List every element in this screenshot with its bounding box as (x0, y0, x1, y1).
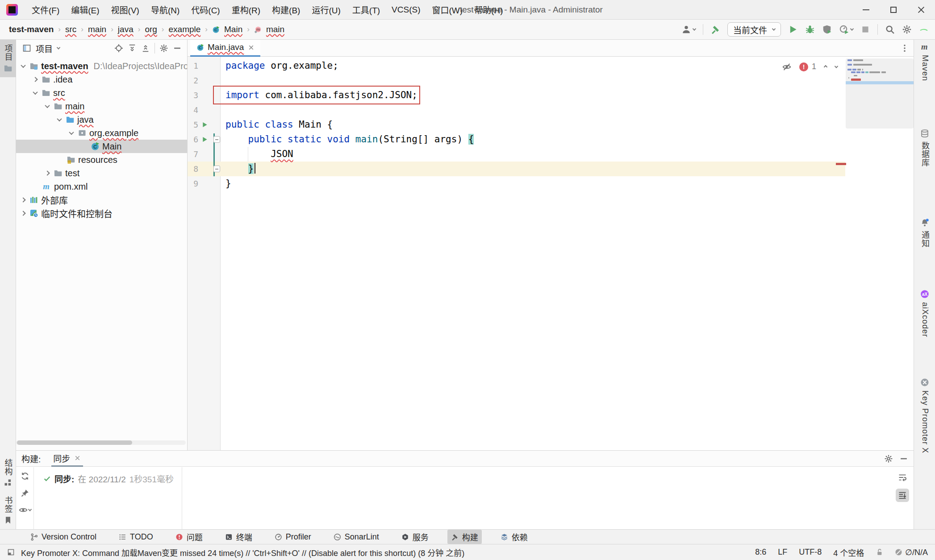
horizontal-scrollbar[interactable] (17, 440, 132, 445)
close-tab-icon[interactable] (247, 44, 255, 51)
tree-row-org-example[interactable]: org.example (16, 126, 188, 140)
toolwindow-profiler[interactable]: Profiler (271, 531, 315, 543)
soft-wrap-toggle[interactable] (896, 471, 909, 484)
chevron-down-icon[interactable] (69, 130, 74, 135)
code-line-7[interactable]: 7 JSON (188, 147, 845, 162)
run-main-gutter-icon[interactable] (201, 136, 208, 143)
editor-options-kebab-icon[interactable] (900, 44, 909, 53)
hide-build-panel-button[interactable] (899, 454, 908, 463)
code-minimap[interactable] (846, 58, 914, 129)
toolwindow-switcher-icon[interactable] (7, 548, 15, 556)
menu-tools[interactable]: 工具(T) (346, 0, 386, 20)
build-settings-button[interactable] (884, 454, 893, 463)
settings-button[interactable] (902, 25, 912, 34)
indent-setting[interactable]: 4 个空格 (833, 547, 864, 558)
tree-row-java[interactable]: java (16, 113, 188, 126)
build-hammer-button[interactable] (710, 25, 720, 34)
run-button[interactable] (788, 25, 798, 34)
collapse-all-button[interactable] (141, 44, 150, 53)
previous-error-icon[interactable] (824, 65, 827, 68)
stop-button[interactable] (860, 25, 870, 34)
code-line-5[interactable]: 5 public class Main { (188, 117, 845, 132)
breadcrumb-main-dir[interactable]: main (88, 25, 106, 34)
build-panel-splitter[interactable] (182, 467, 182, 529)
code-line-3[interactable]: 3 import com.alibaba.fastjson2.JSON; (188, 88, 845, 103)
menu-file[interactable]: 文件(F) (26, 0, 65, 20)
breadcrumb-src[interactable]: src (65, 25, 76, 34)
file-encoding[interactable]: UTF-8 (799, 548, 822, 557)
chevron-right-icon[interactable] (33, 77, 38, 82)
fold-marker[interactable] (213, 166, 220, 172)
error-badge-icon[interactable] (799, 62, 808, 71)
tab-main-java[interactable]: Main.java (190, 40, 260, 57)
stripe-maven-button[interactable]: Maven (914, 42, 935, 81)
stripe-aixcoder-button[interactable]: aiXcoder (914, 290, 935, 337)
code-line-1[interactable]: 1 package org.example; (188, 58, 845, 73)
scroll-to-end-toggle[interactable] (896, 489, 909, 502)
stripe-project-button[interactable]: 项目 (0, 40, 16, 77)
code-line-4[interactable]: 4 (188, 103, 845, 117)
minimize-button[interactable] (852, 0, 880, 20)
stripe-bookmarks-button[interactable]: 书签 (0, 492, 16, 529)
code-line-2[interactable]: 2 (188, 73, 845, 88)
tree-row-main-class[interactable]: Main (16, 140, 188, 153)
editor-body[interactable]: 1 package org.example; 2 3 import com.al… (188, 57, 914, 450)
chevron-right-icon[interactable] (45, 170, 50, 175)
build-tab-sync[interactable]: 同步 (51, 451, 83, 467)
menu-build[interactable]: 构建(B) (266, 0, 306, 20)
tree-row-idea[interactable]: .idea (16, 73, 188, 86)
project-panel-title[interactable]: 项目 (36, 42, 53, 54)
error-stripe-mark[interactable] (836, 163, 846, 165)
user-menu-button[interactable] (681, 25, 696, 34)
view-options-button[interactable] (19, 506, 31, 514)
menu-run[interactable]: 运行(U) (306, 0, 346, 20)
expand-all-button[interactable] (128, 44, 137, 53)
search-everywhere-button[interactable] (885, 25, 895, 34)
chevron-right-icon[interactable] (21, 211, 25, 216)
pin-icon[interactable] (21, 489, 29, 498)
toolwindow-sonarlint[interactable]: SonarLint (330, 531, 383, 543)
tree-row-resources[interactable]: resources (16, 153, 188, 166)
menu-view[interactable]: 视图(V) (105, 0, 145, 20)
tree-row-test[interactable]: test (16, 166, 188, 180)
tree-row-scratches[interactable]: 临时文件和控制台 (16, 207, 188, 220)
stripe-notifications-button[interactable]: 通知 (914, 218, 935, 248)
tree-row-pom[interactable]: pom.xml (16, 180, 188, 193)
menu-navigate[interactable]: 导航(N) (145, 0, 185, 20)
toolwindow-build[interactable]: 构建 (447, 530, 482, 544)
code-line-6[interactable]: 6 public static void main(String[] args)… (188, 132, 845, 147)
caret-position[interactable]: 8:6 (755, 548, 766, 557)
code-line-9[interactable]: 9 } (188, 176, 845, 191)
toolwindow-todo[interactable]: TODO (115, 531, 157, 543)
refresh-icon[interactable] (21, 472, 29, 481)
ide-assistant-icon[interactable] (919, 25, 929, 34)
fold-marker[interactable] (213, 136, 220, 143)
breadcrumb-org[interactable]: org (145, 25, 157, 34)
run-configuration-select[interactable]: 当前文件 (727, 22, 781, 37)
breadcrumb-example[interactable]: example (169, 25, 201, 34)
code-line-8[interactable]: 8 } (188, 162, 845, 176)
breadcrumb-class-main[interactable]: Main (224, 25, 242, 34)
next-error-icon[interactable] (835, 64, 838, 68)
toolwindow-terminal[interactable]: 终端 (221, 530, 256, 544)
chevron-down-icon[interactable] (45, 103, 50, 108)
tree-row-src[interactable]: src (16, 86, 188, 100)
breadcrumb-method-main[interactable]: main (266, 25, 284, 34)
menu-vcs[interactable]: VCS(S) (386, 0, 426, 20)
stripe-database-button[interactable]: 数据库 (914, 129, 935, 167)
stripe-structure-button[interactable]: 结构 (0, 454, 16, 492)
toolwindow-services[interactable]: 服务 (398, 530, 432, 544)
menu-code[interactable]: 代码(C) (185, 0, 225, 20)
coverage-run-button[interactable] (822, 25, 832, 34)
close-button[interactable] (907, 0, 935, 20)
hide-panel-button[interactable] (173, 44, 182, 53)
profiler-run-button[interactable] (839, 25, 853, 34)
chevron-down-icon[interactable] (33, 90, 38, 95)
breadcrumb-java[interactable]: java (118, 25, 134, 34)
menu-edit[interactable]: 编辑(E) (65, 0, 105, 20)
memory-indicator[interactable]: ∅/N/A (895, 548, 928, 557)
close-icon[interactable] (74, 454, 81, 462)
hide-highlights-eye-icon[interactable] (782, 62, 791, 71)
stripe-keypromoter-button[interactable]: Key Promoter X (914, 378, 935, 453)
tree-row-test-maven[interactable]: test-maven D:\IdeaProjects\IdeaProje (16, 59, 188, 73)
